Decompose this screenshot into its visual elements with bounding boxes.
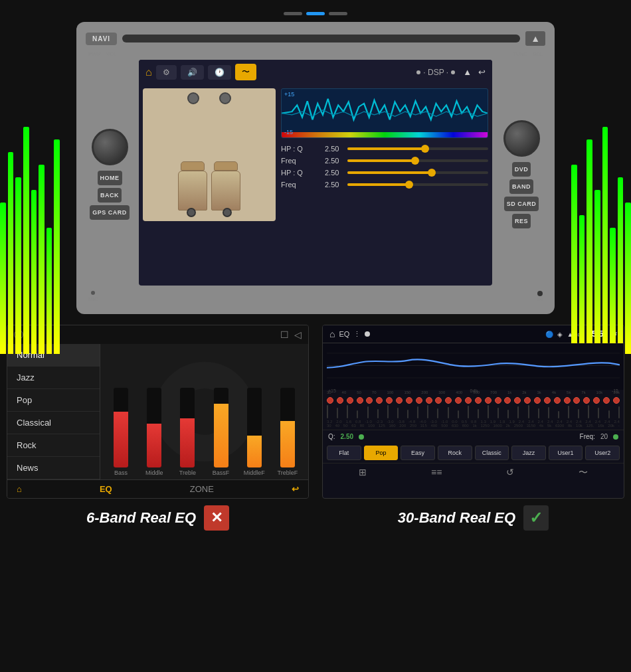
- eq30-home-icon[interactable]: ⌂: [329, 329, 335, 339]
- eject-button[interactable]: ▲: [525, 31, 545, 46]
- eq30-knob-11[interactable]: [426, 397, 432, 404]
- eq30-knob-14[interactable]: [455, 397, 462, 404]
- eq30-knob-12[interactable]: [435, 397, 442, 404]
- eq30-preset-classic[interactable]: Classic: [475, 446, 509, 460]
- eq30-preset-user1[interactable]: User1: [549, 446, 583, 460]
- eq30-knob-27[interactable]: [583, 397, 590, 404]
- gps-card-button[interactable]: GPS CARD: [90, 205, 130, 220]
- eq30-knob-1[interactable]: [327, 397, 333, 404]
- eq30-knob-22[interactable]: [534, 397, 541, 404]
- eq30-knob-30[interactable]: [613, 397, 620, 404]
- eq6-bar-middle[interactable]: Middle: [140, 388, 168, 476]
- eq30-preset-pop[interactable]: Pop: [364, 446, 399, 460]
- tab-dsp[interactable]: 〜: [235, 64, 256, 80]
- preset-pop[interactable]: Pop: [7, 389, 100, 412]
- sdcard-button[interactable]: SD CARD: [504, 197, 539, 211]
- spectrum-bar: [282, 132, 488, 137]
- dot-1[interactable]: [284, 12, 302, 15]
- home-icon[interactable]: ⌂: [145, 66, 152, 78]
- band-button[interactable]: BAND: [509, 179, 533, 194]
- dsp-freq2-slider[interactable]: [347, 183, 488, 186]
- eq6-bar-middlef[interactable]: MiddleF: [240, 388, 268, 476]
- left-knob[interactable]: [92, 129, 128, 165]
- eq30-knob-19[interactable]: [504, 397, 511, 404]
- preset-rock[interactable]: Rock: [7, 434, 100, 457]
- eq30-knob-9[interactable]: [406, 397, 412, 404]
- screen-content: +15 -15 HP : Q 2.50: [139, 84, 492, 270]
- mic-area: MIC: [88, 291, 98, 302]
- dsp-freq2-row: Freq 2.50: [281, 181, 488, 189]
- eq30-knob-25[interactable]: [564, 397, 571, 404]
- back-button[interactable]: BACK: [98, 188, 122, 203]
- eq6-window-icon[interactable]: ☐: [280, 329, 289, 340]
- home-button[interactable]: HOME: [98, 171, 122, 185]
- eject-icon[interactable]: ▲: [463, 67, 472, 77]
- eq30-knob-13[interactable]: [445, 397, 452, 404]
- eq30-preset-jazz[interactable]: Jazz: [511, 446, 546, 460]
- eq30-knob-16[interactable]: [475, 397, 482, 404]
- eq30-q-green-dot[interactable]: [359, 434, 364, 440]
- eq6-bar-treble[interactable]: Treble: [173, 388, 201, 476]
- eq30-knob-28[interactable]: [593, 397, 600, 404]
- res-button[interactable]: RES: [512, 214, 531, 228]
- eq6-bar-bassf[interactable]: BassF: [207, 388, 235, 476]
- dot-2[interactable]: [306, 12, 325, 15]
- dsp-freq1-label: Freq: [281, 157, 321, 165]
- eq30-preset-easy[interactable]: Easy: [401, 446, 435, 460]
- eq30-knob-26[interactable]: [573, 397, 580, 404]
- dvd-button[interactable]: DVD: [512, 162, 531, 177]
- eq30-wave-icon[interactable]: 〜: [579, 467, 588, 479]
- eq30-knob-2[interactable]: [337, 397, 343, 404]
- eq30-grid-icon[interactable]: ⊞: [359, 467, 367, 479]
- eq30-knob-29[interactable]: [603, 397, 610, 404]
- eq6-back-icon[interactable]: ◁: [294, 329, 302, 340]
- tab-audio[interactable]: 🔊: [181, 65, 204, 80]
- eq30-knob-24[interactable]: [554, 397, 561, 404]
- preset-classical[interactable]: Classical: [7, 412, 100, 434]
- eq30-preset-rock[interactable]: Rock: [438, 446, 472, 460]
- eq30-list-icon[interactable]: ≡≡: [431, 467, 442, 479]
- eq30-q-label: Q:: [328, 433, 335, 440]
- dsp-hp2-q-slider[interactable]: [347, 171, 488, 174]
- dot-3[interactable]: [329, 12, 347, 15]
- right-knob[interactable]: [503, 120, 540, 157]
- eq30-knob-20[interactable]: [514, 397, 521, 404]
- eq30-knob-15[interactable]: [465, 397, 472, 404]
- eq30-knob-18[interactable]: [495, 397, 501, 404]
- eq6-bar-treblef[interactable]: TrebleF: [274, 388, 302, 476]
- eq30-knob-8[interactable]: [396, 397, 403, 404]
- dsp-hp1-q-slider[interactable]: [347, 147, 488, 150]
- eq30-sliders: 3.22.01.60.8-1.0-2.3-3.0-3.8-4.8-4.0-3.0…: [323, 395, 624, 430]
- eq30-knob-23[interactable]: [544, 397, 551, 404]
- back-icon[interactable]: ↩: [478, 67, 486, 77]
- eq30-dots-row: [327, 397, 620, 404]
- dsp-freq1-slider[interactable]: [347, 159, 488, 162]
- eq6-back-button[interactable]: ↩: [292, 484, 299, 494]
- dsp-freq1-row: Freq 2.50: [281, 157, 488, 165]
- eq30-q-value: 2.50: [341, 433, 353, 440]
- eq30-knob-6[interactable]: [376, 397, 383, 404]
- eq30-preset-flat[interactable]: Flat: [327, 446, 361, 460]
- eq30-knob-5[interactable]: [366, 397, 373, 404]
- band6-text: 6-Band Real EQ: [86, 509, 196, 527]
- tab-time[interactable]: 🕐: [208, 65, 231, 80]
- eq30-freq-green-dot[interactable]: [613, 434, 618, 440]
- eq6-home-button[interactable]: ⌂: [17, 484, 22, 494]
- eq30-knob-7[interactable]: [386, 397, 393, 404]
- eq30-knob-21[interactable]: [524, 397, 531, 404]
- eq6-bar-bass[interactable]: Bass: [107, 388, 135, 476]
- eq30-freq-label: Freq:: [580, 433, 595, 440]
- eq30-refresh-icon[interactable]: ↺: [506, 467, 514, 479]
- eq30-knob-3[interactable]: [347, 397, 353, 404]
- tab-eq[interactable]: ⚙: [156, 65, 177, 80]
- eq30-preset-user2[interactable]: User2: [585, 446, 620, 460]
- preset-jazz[interactable]: Jazz: [7, 367, 100, 389]
- eq30-knob-10[interactable]: [416, 397, 422, 404]
- pagination-dots: [0, 0, 631, 15]
- preset-news[interactable]: News: [7, 457, 100, 479]
- eq30-menu-icon[interactable]: ⋮: [353, 330, 361, 339]
- eq30-knob-17[interactable]: [485, 397, 492, 404]
- navi-button[interactable]: NAVI: [86, 33, 117, 45]
- eq30-knob-4[interactable]: [357, 397, 363, 404]
- eq6-eq-button[interactable]: EQ: [100, 484, 112, 494]
